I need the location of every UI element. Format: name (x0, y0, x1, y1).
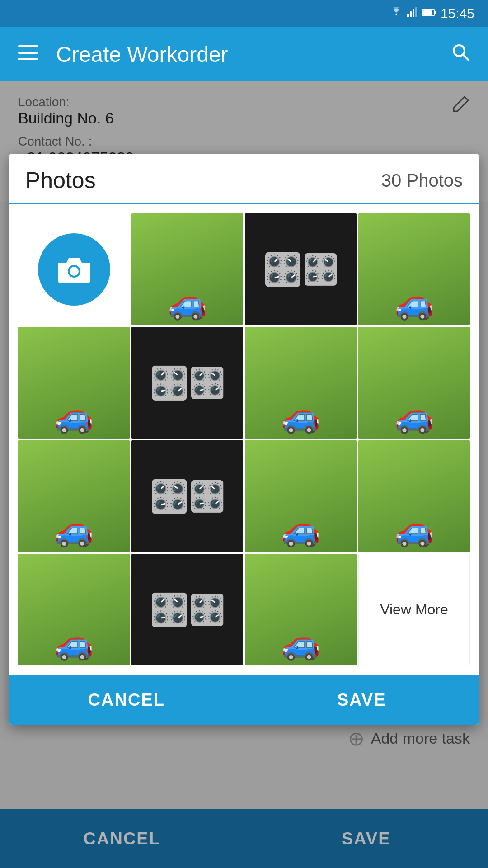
app-bar: Create Workorder (0, 27, 488, 81)
photo-13[interactable]: 🎛️ (131, 554, 243, 665)
menu-icon[interactable] (18, 44, 38, 65)
modal-header: Photos 30 Photos (9, 154, 479, 193)
svg-rect-0 (407, 14, 409, 17)
photo-14[interactable]: 🚙 (245, 554, 357, 665)
view-more-label[interactable]: View More (380, 601, 448, 618)
photo-11[interactable]: 🚙 (358, 440, 470, 552)
search-icon[interactable] (451, 42, 470, 66)
modal-title: Photos (25, 167, 96, 193)
app-bar-title: Create Workorder (56, 42, 433, 67)
svg-point-13 (70, 267, 79, 276)
photo-9[interactable]: 🎛️ (131, 440, 243, 552)
modal-photo-count: 30 Photos (381, 170, 463, 191)
camera-button[interactable] (38, 233, 110, 306)
photo-3[interactable]: 🚙 (358, 213, 470, 325)
photo-10[interactable]: 🚙 (245, 440, 357, 552)
photo-1[interactable]: 🚙 (131, 213, 243, 325)
status-time: 15:45 (441, 6, 474, 21)
photo-2[interactable]: 🎛️ (245, 213, 357, 325)
modal-buttons: CANCEL SAVE (9, 675, 479, 725)
svg-rect-7 (18, 45, 38, 47)
photo-12[interactable]: 🚙 (18, 554, 130, 665)
modal-save-button[interactable]: SAVE (244, 675, 479, 725)
svg-rect-3 (415, 7, 417, 17)
battery-icon (422, 8, 436, 19)
wifi-icon (390, 7, 403, 20)
photo-4[interactable]: 🚙 (18, 327, 130, 439)
svg-rect-1 (410, 11, 412, 17)
status-bar: 15:45 (0, 0, 488, 27)
svg-rect-6 (423, 10, 432, 15)
svg-rect-2 (413, 9, 414, 17)
photo-5[interactable]: 🎛️ (131, 327, 243, 439)
svg-point-10 (454, 45, 465, 56)
svg-rect-8 (18, 52, 38, 54)
svg-rect-5 (434, 11, 436, 14)
photos-modal: Photos 30 Photos 🚙 🎛️ (9, 154, 479, 725)
view-more-cell[interactable]: View More (358, 554, 470, 665)
svg-line-11 (463, 55, 469, 61)
photo-7[interactable]: 🚙 (358, 327, 470, 439)
camera-button-cell[interactable] (18, 213, 130, 325)
modal-cancel-button[interactable]: CANCEL (9, 675, 244, 725)
photo-6[interactable]: 🚙 (245, 327, 357, 439)
photo-grid: 🚙 🎛️ 🚙 🚙 🎛️ 🚙 (9, 204, 479, 675)
svg-rect-9 (18, 58, 38, 60)
photo-8[interactable]: 🚙 (18, 440, 130, 552)
signal-icon (407, 7, 418, 20)
status-icons: 15:45 (390, 6, 474, 21)
